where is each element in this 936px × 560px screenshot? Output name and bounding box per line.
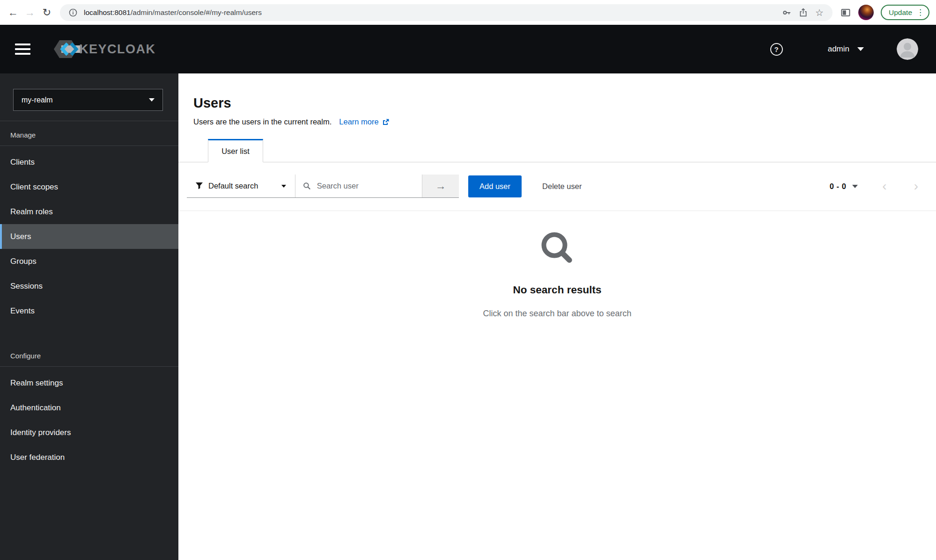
side-panel-icon[interactable]: [840, 7, 851, 18]
search-type-label: Default search: [208, 182, 258, 190]
tab-user-list[interactable]: User list: [208, 139, 263, 162]
search-group: Default search →: [187, 175, 459, 198]
search-input[interactable]: [316, 181, 414, 191]
learn-more-link[interactable]: Learn more: [339, 117, 389, 126]
nav-toggle-hamburger-icon[interactable]: [15, 44, 30, 55]
content-divider: [178, 211, 936, 211]
browser-right-controls: Update ⋮: [840, 5, 929, 20]
add-user-button[interactable]: Add user: [468, 175, 522, 197]
user-avatar[interactable]: [897, 38, 918, 60]
app-masthead: KEYCLOAK ? admin: [0, 25, 936, 73]
keycloak-logo[interactable]: KEYCLOAK: [52, 37, 156, 61]
browser-menu-dots-icon[interactable]: ⋮: [916, 7, 924, 17]
search-icon: [303, 182, 311, 190]
sidebar-item-client-scopes[interactable]: Client scopes: [0, 175, 178, 199]
sidebar-item-users[interactable]: Users: [0, 224, 178, 249]
empty-state-subtitle: Click on the search bar above to search: [178, 309, 936, 319]
sidebar-item-realm-settings[interactable]: Realm settings: [0, 371, 178, 395]
chevron-down-icon: [857, 47, 864, 51]
empty-state-title: No search results: [178, 284, 936, 296]
pagination: 0 - 0 ‹ ›: [830, 180, 918, 193]
realm-name: my-realm: [22, 96, 53, 104]
password-key-icon[interactable]: [781, 7, 792, 18]
pagination-prev-button[interactable]: ‹: [882, 180, 886, 193]
learn-more-label: Learn more: [339, 117, 378, 126]
brand-name: KEYCLOAK: [79, 42, 156, 57]
screen: ← → ↻ localhost:8081/admin/master/consol…: [0, 0, 936, 560]
sidebar-item-identity-providers[interactable]: Identity providers: [0, 420, 178, 445]
sidebar-item-user-federation[interactable]: User federation: [0, 445, 178, 470]
section-label-manage: Manage: [0, 121, 178, 145]
realm-selector[interactable]: my-realm: [13, 89, 163, 111]
sidebar-item-clients[interactable]: Clients: [0, 150, 178, 175]
bookmark-star-icon[interactable]: ☆: [814, 7, 825, 18]
delete-user-button[interactable]: Delete user: [542, 182, 582, 191]
url-text: localhost:8081/admin/master/console/#/my…: [84, 8, 262, 17]
update-label: Update: [889, 8, 912, 17]
keycloak-logo-icon: [52, 37, 82, 61]
page-description: Users are the users in the current realm…: [193, 117, 332, 126]
search-icon-large: [538, 230, 576, 268]
body-row: my-realm Manage Clients Client scopes Re…: [0, 73, 936, 560]
section-label-configure: Configure: [0, 342, 178, 366]
sidebar: my-realm Manage Clients Client scopes Re…: [0, 73, 178, 560]
main-content: Users Users are the users in the current…: [178, 73, 936, 560]
browser-forward-button[interactable]: →: [22, 4, 38, 21]
nav-items-manage: Clients Client scopes Realm roles Users …: [0, 146, 178, 323]
toolbar: Default search → Add user D: [178, 162, 936, 198]
username: admin: [828, 44, 849, 54]
browser-update-button[interactable]: Update ⋮: [881, 5, 929, 20]
search-submit-button[interactable]: →: [422, 175, 459, 197]
nav-items-configure: Realm settings Authentication Identity p…: [0, 367, 178, 470]
help-icon[interactable]: ?: [770, 43, 783, 56]
browser-profile-avatar[interactable]: [858, 5, 874, 20]
search-type-dropdown[interactable]: Default search: [187, 175, 295, 197]
empty-state: No search results Click on the search ba…: [178, 230, 936, 319]
pagination-next-button[interactable]: ›: [914, 180, 918, 193]
sidebar-item-realm-roles[interactable]: Realm roles: [0, 199, 178, 224]
address-bar[interactable]: localhost:8081/admin/master/console/#/my…: [60, 4, 833, 21]
pagination-range: 0 - 0: [830, 182, 847, 191]
search-box: [295, 175, 422, 197]
browser-toolbar: ← → ↻ localhost:8081/admin/master/consol…: [0, 0, 936, 25]
site-info-icon[interactable]: [67, 7, 79, 18]
nav-section-configure: Configure Realm settings Authentication …: [0, 342, 178, 470]
sidebar-item-groups[interactable]: Groups: [0, 249, 178, 274]
masthead-right: ? admin: [770, 38, 918, 60]
page-description-row: Users are the users in the current realm…: [193, 117, 936, 126]
url-path: /admin/master/console/#/my-realm/users: [131, 8, 262, 16]
user-menu[interactable]: admin: [828, 44, 864, 54]
page-head: Users Users are the users in the current…: [178, 73, 936, 126]
sidebar-item-authentication[interactable]: Authentication: [0, 395, 178, 420]
nav-section-manage: Manage Clients Client scopes Realm roles…: [0, 121, 178, 323]
pagination-dropdown-icon[interactable]: [852, 185, 858, 188]
url-host: localhost:8081: [84, 8, 131, 16]
external-link-icon: [382, 118, 390, 126]
browser-back-button[interactable]: ←: [5, 4, 22, 21]
share-icon[interactable]: [797, 7, 809, 18]
sidebar-item-sessions[interactable]: Sessions: [0, 274, 178, 298]
tab-bar: User list: [178, 139, 936, 162]
page-title: Users: [193, 95, 936, 111]
browser-reload-button[interactable]: ↻: [38, 4, 55, 21]
sidebar-item-events[interactable]: Events: [0, 298, 178, 323]
filter-funnel-icon: [196, 182, 203, 189]
chevron-down-icon: [281, 185, 286, 188]
chevron-down-icon: [149, 98, 155, 102]
